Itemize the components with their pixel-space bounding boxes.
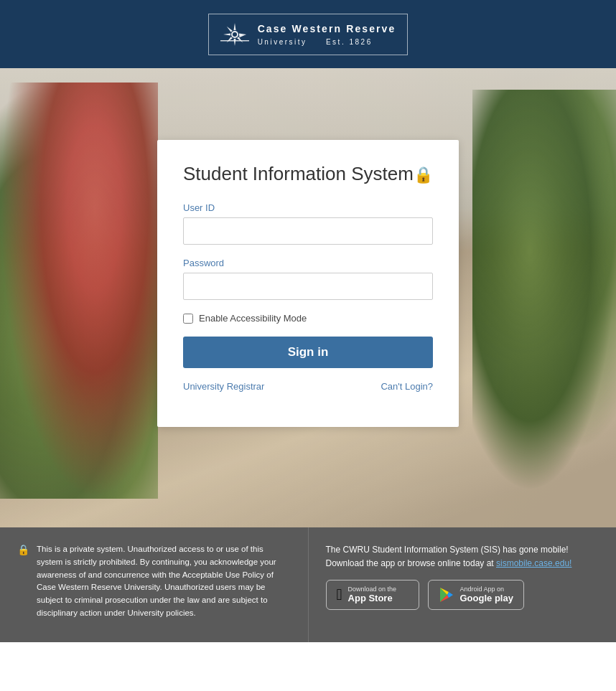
user-id-input[interactable] [183,217,433,245]
user-id-label: User ID [183,202,433,213]
hero-section: Student Information System 🔒 User ID Pas… [0,68,616,527]
card-header: Student Information System 🔒 [183,163,433,185]
footer-lock-icon: 🔒 [17,544,29,555]
registrar-link[interactable]: University Registrar [183,381,264,392]
password-group: Password [183,258,433,300]
signin-button[interactable]: Sign in [183,337,433,368]
user-id-group: User ID [183,202,433,245]
password-label: Password [183,258,433,268]
svg-marker-1 [233,23,235,30]
svg-marker-7 [223,33,230,35]
app-store-text: Download on the App Store [348,586,397,604]
app-store-button[interactable]:  Download on the App Store [326,580,419,610]
password-input[interactable] [183,273,433,300]
card-title: Student Information System [183,163,414,185]
tree-left-decoration [0,83,158,499]
svg-rect-11 [220,40,249,42]
cwru-logo-icon [220,20,249,49]
logo-container: Case Western Reserve University Est. 182… [208,14,409,55]
google-play-text: Android App on Google play [460,586,513,604]
footer: 🔒 This is a private system. Unauthorized… [0,527,616,642]
login-card: Student Information System 🔒 User ID Pas… [157,140,459,427]
svg-point-10 [233,32,237,37]
svg-marker-8 [225,25,232,32]
svg-marker-5 [233,39,235,46]
app-buttons:  Download on the App Store Android App … [326,580,599,610]
university-name: Case Western Reserve [258,22,396,37]
accessibility-checkbox[interactable] [183,314,193,324]
accessibility-label[interactable]: Enable Accessibility Mode [199,313,307,324]
card-links: University Registrar Can't Login? [183,381,433,392]
header: Case Western Reserve University Est. 182… [0,0,616,68]
lock-icon: 🔒 [414,166,433,184]
svg-marker-4 [237,37,243,43]
cant-login-link[interactable]: Can't Login? [381,381,433,392]
google-play-icon [439,587,454,603]
university-sub: University Est. 1826 [258,37,396,47]
sis-mobile-link[interactable]: sismobile.case.edu! [496,558,571,568]
footer-privacy-text: This is a private system. Unauthorized a… [37,543,291,620]
apple-icon:  [337,586,342,604]
logo-text: Case Western Reserve University Est. 182… [258,22,396,47]
svg-marker-6 [225,37,232,43]
footer-mobile-text: The CWRU Student Information System (SIS… [326,543,599,570]
footer-left: 🔒 This is a private system. Unauthorized… [0,527,309,642]
footer-right: The CWRU Student Information System (SIS… [309,527,617,642]
tree-right-decoration [472,90,616,492]
google-play-button[interactable]: Android App on Google play [428,580,524,610]
accessibility-row: Enable Accessibility Mode [183,313,433,324]
